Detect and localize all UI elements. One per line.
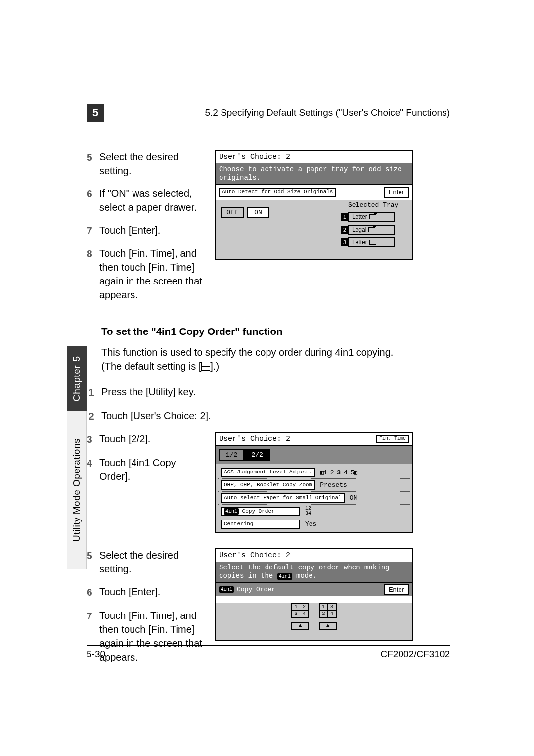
lcd1-tray-label: Selected Tray (348, 200, 408, 209)
grid-icon (201, 362, 210, 371)
side-tab-section: Utility Mode Operations (67, 411, 87, 569)
subsection-heading: To set the "4in1 Copy Order" function (101, 326, 450, 337)
lcd1-off-button[interactable]: Off (221, 207, 244, 218)
lcd2-row-autoselect[interactable]: Auto-select Paper for Small Original ON (218, 492, 410, 505)
footer-bar: 5-30 CF2002/CF3102 (87, 645, 450, 660)
four-in-one-badge: 4in1 (219, 586, 234, 593)
subsection-intro: This function is used to specify the cop… (101, 345, 450, 373)
lcd2-row-acs[interactable]: ACS Judgement Level Adjust. ◧1 2 3 4 5◧ (218, 466, 410, 479)
lcd-screenshot-tray: User's Choice: 2 Choose to activate a pa… (215, 150, 413, 260)
lcd2-row-ohp[interactable]: OHP, OHP, Booklet Copy Zoom Presets (218, 479, 410, 492)
lcd3-enter-button[interactable]: Enter (384, 584, 409, 595)
model-number: CF2002/CF3102 (381, 649, 450, 660)
lcd3-message: Select the default copy order when makin… (216, 562, 412, 582)
lcd1-tray-1[interactable]: 1 Letter (348, 212, 395, 222)
steps-list-a: 5Select the desired setting. 6If "ON" wa… (87, 150, 203, 302)
lcd3-arrow-2[interactable]: ▲ (319, 622, 337, 630)
lcd-screenshot-copy-order: User's Choice: 2 Select the default copy… (215, 548, 413, 641)
steps-list-b-top: 1Press the [Utility] key. 2Touch [User's… (89, 385, 450, 423)
lcd3-header-label: Copy Order (237, 586, 275, 593)
lcd3-order-option-2[interactable]: 1324 (319, 603, 337, 618)
section-title: 5.2 Specifying Default Settings ("User's… (114, 107, 450, 118)
lcd3-arrow-1[interactable]: ▲ (291, 622, 309, 630)
chapter-number-box: 5 (87, 104, 104, 122)
paper-icon (369, 240, 376, 245)
lcd3-title: User's Choice: 2 (216, 549, 412, 562)
lcd1-tray-2[interactable]: 2 Legal (348, 225, 395, 235)
lcd1-message: Choose to activate a paper tray for odd … (216, 163, 412, 184)
lcd1-enter-button[interactable]: Enter (384, 187, 409, 198)
page-number: 5-30 (87, 649, 105, 660)
lcd2-fin-time-button[interactable]: Fin. Time (376, 435, 409, 443)
side-tab-chapter: Chapter 5 (67, 346, 87, 411)
lcd1-tray-3[interactable]: 3 Letter (348, 237, 395, 247)
header-bar: 5 5.2 Specifying Default Settings ("User… (87, 104, 450, 125)
lcd3-order-option-1[interactable]: 1234 (291, 603, 309, 618)
lcd2-page-1[interactable]: 1/2 (219, 449, 244, 461)
lcd1-on-button[interactable]: ON (247, 207, 269, 218)
paper-icon (369, 214, 376, 219)
lcd2-row-centering[interactable]: Centering Yes (218, 518, 410, 530)
lcd2-page-2[interactable]: 2/2 (244, 449, 269, 461)
lcd2-row-copy-order[interactable]: 4in1 Copy Order 1234 (218, 505, 410, 518)
steps-list-b-bottom: 3Touch [2/2]. 4Touch [4in1 Copy Order]. (87, 432, 203, 483)
lcd1-title: User's Choice: 2 (216, 151, 412, 163)
paper-icon (368, 227, 375, 232)
lcd1-field-button[interactable]: Auto-Detect for Odd Size Originals (219, 188, 336, 197)
lcd2-title: User's Choice: 2 (219, 435, 290, 443)
lcd-screenshot-settings: User's Choice: 2 Fin. Time 1/2 2/2 ACS J… (215, 432, 413, 533)
